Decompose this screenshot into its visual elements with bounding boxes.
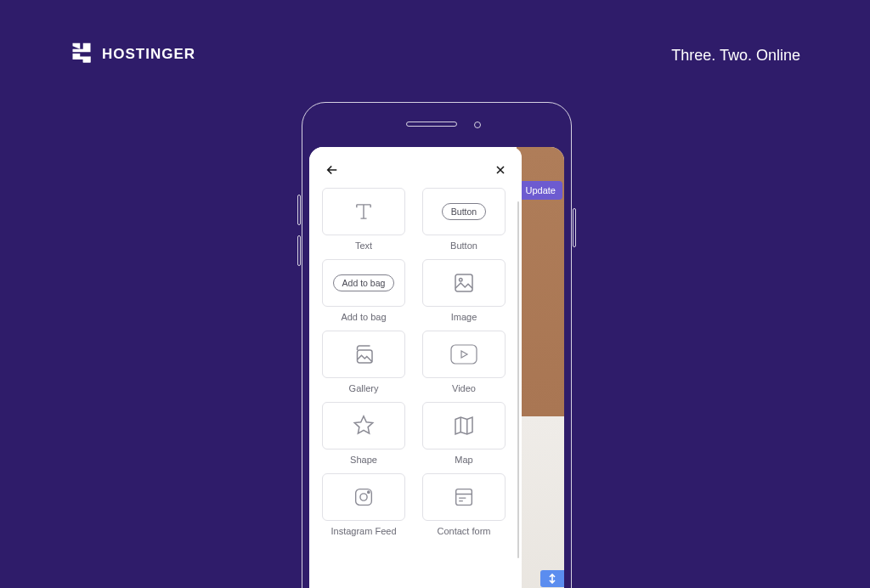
add-to-bag-pill-icon: Add to bag xyxy=(333,274,395,291)
element-label: Image xyxy=(451,312,477,322)
element-text[interactable]: Text xyxy=(319,188,408,251)
svg-point-5 xyxy=(460,279,463,282)
svg-point-9 xyxy=(360,494,367,500)
element-image[interactable]: Image xyxy=(420,259,508,322)
phone-frame: Update xyxy=(302,102,572,588)
element-add-to-bag[interactable]: Add to bag Add to bag xyxy=(319,259,408,322)
phone-power-button xyxy=(573,208,576,247)
phone-volume-up xyxy=(297,195,301,225)
update-button[interactable]: Update xyxy=(519,181,562,200)
element-label: Text xyxy=(355,240,372,251)
resize-handle-icon[interactable] xyxy=(540,570,564,587)
star-icon xyxy=(351,413,376,438)
close-button[interactable] xyxy=(491,161,510,179)
element-label: Add to bag xyxy=(341,312,386,322)
element-label: Contact form xyxy=(438,526,491,536)
phone-screen: Update xyxy=(309,147,564,588)
brand-name: HOSTINGER xyxy=(102,46,195,63)
element-label: Instagram Feed xyxy=(330,526,396,536)
svg-rect-7 xyxy=(451,345,477,364)
element-label: Button xyxy=(450,240,477,251)
back-button[interactable] xyxy=(323,161,342,179)
image-icon xyxy=(451,270,477,296)
element-shape[interactable]: Shape xyxy=(319,402,408,465)
svg-rect-11 xyxy=(456,489,472,506)
form-icon xyxy=(452,485,476,509)
element-label: Gallery xyxy=(349,383,379,393)
instagram-icon xyxy=(352,485,376,509)
element-label: Shape xyxy=(350,455,377,465)
panel-header xyxy=(319,159,513,188)
element-label: Map xyxy=(455,455,472,465)
hostinger-logo-icon xyxy=(70,41,93,68)
background-preview: Update xyxy=(517,147,564,588)
element-gallery[interactable]: Gallery xyxy=(319,331,408,393)
elements-grid: Text Button Button Add to bag Add to bag xyxy=(319,188,513,540)
element-video[interactable]: Video xyxy=(420,331,508,393)
phone-camera-icon xyxy=(474,122,481,128)
svg-rect-4 xyxy=(455,274,472,291)
element-map[interactable]: Map xyxy=(420,402,508,465)
phone-volume-down xyxy=(297,235,301,266)
brand-logo: HOSTINGER xyxy=(70,41,195,68)
scrollbar[interactable] xyxy=(517,201,519,558)
video-icon xyxy=(449,343,478,365)
phone-speaker xyxy=(406,122,457,127)
gallery-icon xyxy=(351,342,376,367)
close-icon xyxy=(494,163,507,177)
map-icon xyxy=(451,413,477,438)
svg-rect-6 xyxy=(358,350,373,363)
arrow-left-icon xyxy=(325,162,340,178)
text-icon xyxy=(352,200,376,223)
svg-point-10 xyxy=(368,491,370,493)
element-label: Video xyxy=(452,383,476,393)
elements-panel: Text Button Button Add to bag Add to bag xyxy=(309,147,522,588)
brand-tagline: Three. Two. Online xyxy=(671,47,800,65)
element-contact-form[interactable]: Contact form xyxy=(420,473,508,536)
element-button[interactable]: Button Button xyxy=(420,188,508,251)
element-instagram-feed[interactable]: Instagram Feed xyxy=(319,473,408,536)
button-pill-icon: Button xyxy=(442,203,486,220)
